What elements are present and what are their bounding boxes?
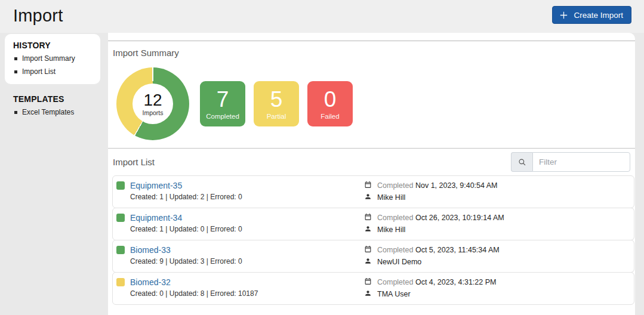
imports-donut-chart: 12 Imports: [116, 67, 189, 140]
completed-label: Completed: [377, 278, 413, 286]
sidebar-section-history: HISTORY Import Summary Import List: [5, 34, 100, 84]
row-meta: Completed Oct 26, 2023, 10:19:14 AM Mike…: [364, 213, 504, 234]
sidebar-item-excel-templates[interactable]: Excel Templates: [13, 106, 108, 119]
row-user: TMA User: [377, 290, 411, 298]
sidebar: HISTORY Import Summary Import List TEMPL…: [0, 33, 108, 315]
import-link[interactable]: Biomed-32: [130, 277, 171, 287]
status-square-icon: [116, 246, 125, 254]
stat-label: Partial: [267, 113, 286, 120]
donut-total-label: Imports: [142, 109, 163, 116]
table-row[interactable]: Equipment-34 Created: 1 | Updated: 0 | E…: [112, 208, 634, 240]
donut-center: 12 Imports: [133, 84, 173, 124]
stat-value: 5: [270, 88, 283, 110]
content-top-divider: [108, 41, 635, 41]
sidebar-item-import-list[interactable]: Import List: [13, 65, 100, 78]
table-row[interactable]: Biomed-33 Created: 9 | Updated: 3 | Erro…: [112, 240, 634, 273]
stat-value: 7: [217, 88, 229, 110]
calendar-icon: [364, 181, 372, 190]
bullet-icon: [14, 57, 17, 60]
stat-value: 0: [324, 88, 337, 110]
status-square-icon: [116, 214, 125, 222]
completed-label: Completed: [377, 181, 413, 190]
person-icon: [364, 225, 372, 234]
calendar-icon: [364, 213, 372, 223]
import-link[interactable]: Equipment-34: [130, 213, 182, 223]
calendar-icon: [364, 245, 372, 255]
sidebar-item-label: Import Summary: [22, 54, 75, 63]
status-square-icon: [116, 181, 125, 190]
create-import-button[interactable]: Create Import: [552, 6, 631, 24]
table-row[interactable]: Equipment-35 Created: 1 | Updated: 2 | E…: [112, 175, 634, 208]
person-icon: [364, 193, 372, 202]
bullet-icon: [14, 111, 17, 114]
stat-card-completed: 7 Completed: [200, 81, 245, 126]
import-list-heading: Import List: [113, 157, 155, 167]
sidebar-heading-templates: TEMPLATES: [13, 93, 108, 106]
status-square-icon: [116, 278, 125, 286]
filter-group: [511, 152, 630, 172]
app-header: Import Create Import: [0, 0, 644, 33]
row-user: Mike Hill: [377, 226, 405, 234]
create-import-button-label: Create Import: [574, 11, 623, 20]
row-user: Mike Hill: [377, 193, 405, 202]
search-icon: [511, 152, 532, 172]
completed-date: Oct 4, 2023, 4:31:22 PM: [415, 278, 497, 286]
sidebar-item-import-summary[interactable]: Import Summary: [13, 52, 100, 65]
sidebar-heading-history: HISTORY: [13, 39, 100, 52]
sidebar-item-label: Excel Templates: [22, 108, 74, 116]
sidebar-section-templates: TEMPLATES Excel Templates: [5, 84, 108, 119]
import-link[interactable]: Biomed-33: [130, 245, 171, 255]
plus-icon: [559, 10, 569, 20]
donut-total-value: 12: [143, 92, 162, 109]
stat-label: Failed: [321, 113, 339, 120]
calendar-icon: [364, 277, 372, 287]
completed-label: Completed: [377, 246, 413, 254]
person-icon: [364, 289, 372, 299]
completed-label: Completed: [377, 214, 413, 222]
import-list-header: Import List: [108, 149, 635, 176]
completed-date: Oct 5, 2023, 11:45:34 AM: [415, 246, 500, 254]
bullet-icon: [14, 70, 17, 73]
completed-date: Nov 1, 2023, 9:40:54 AM: [415, 181, 498, 190]
import-summary-body: 12 Imports 7 Completed 5 Partial 0 Faile…: [116, 67, 635, 140]
row-meta: Completed Oct 5, 2023, 11:45:34 AM NewUI…: [364, 245, 500, 267]
stat-label: Completed: [206, 113, 239, 120]
row-meta: Completed Oct 4, 2023, 4:31:22 PM TMA Us…: [364, 277, 496, 299]
page-title: Import: [13, 6, 63, 26]
row-meta: Completed Nov 1, 2023, 9:40:54 AM Mike H…: [364, 181, 498, 202]
stat-card-failed: 0 Failed: [307, 81, 353, 126]
stat-card-partial: 5 Partial: [254, 81, 299, 126]
import-link[interactable]: Equipment-35: [130, 181, 182, 190]
completed-date: Oct 26, 2023, 10:19:14 AM: [415, 214, 504, 222]
filter-input[interactable]: [532, 152, 630, 172]
person-icon: [364, 257, 372, 267]
sidebar-item-label: Import List: [22, 67, 56, 76]
table-row[interactable]: Biomed-32 Created: 0 | Updated: 8 | Erro…: [112, 272, 634, 305]
import-rows: Equipment-35 Created: 1 | Updated: 2 | E…: [112, 175, 634, 305]
stat-cards: 7 Completed 5 Partial 0 Failed: [200, 81, 353, 126]
row-user: NewUI Demo: [377, 258, 421, 266]
import-summary-heading: Import Summary: [113, 48, 635, 58]
main-content: Import Summary 12 Imports 7 Completed 5 …: [108, 33, 635, 315]
